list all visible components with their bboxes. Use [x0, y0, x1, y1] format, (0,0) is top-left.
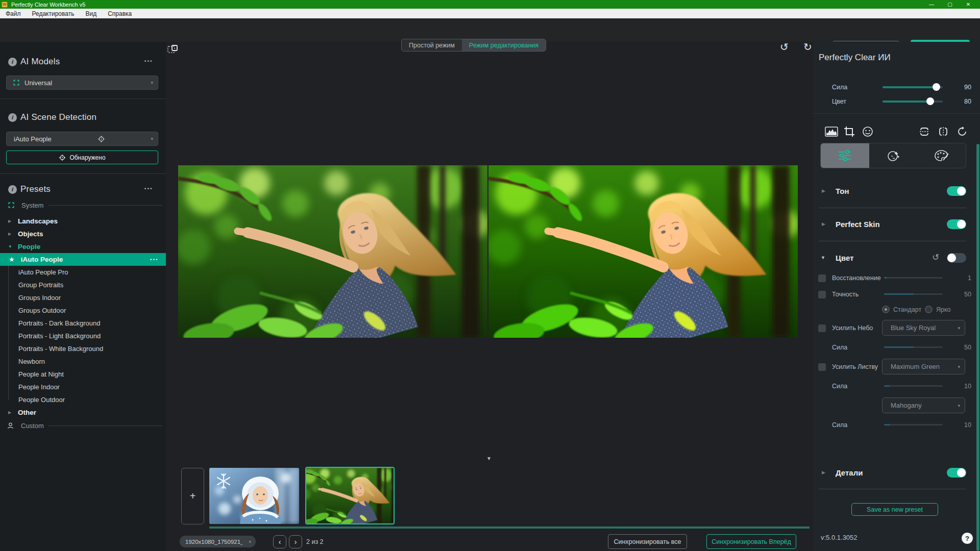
save-as-new-preset-button[interactable]: Save as new preset [851, 503, 938, 516]
menu-help[interactable]: Справка [102, 10, 137, 17]
sky-preset-select[interactable]: Blue Sky Royal ▾ [882, 320, 965, 336]
foliage-preset-select[interactable]: Maximum Green ▾ [882, 359, 965, 374]
tree-preset[interactable]: Groups Outdoor [0, 304, 166, 317]
photo-after[interactable] [488, 165, 798, 338]
tree-folder-people[interactable]: ▼ People [0, 240, 166, 253]
sky-strength-slider[interactable] [884, 346, 943, 348]
menu-edit[interactable]: Редактировать [27, 10, 80, 17]
filename-select[interactable]: 1920x1080_1750921_[w ▾ [180, 536, 256, 547]
thumbnail-winter[interactable] [209, 468, 299, 524]
tree-preset[interactable]: Portraits - Light Background [0, 330, 166, 342]
image-counter: 2 из 2 [306, 538, 324, 545]
flip-horizontal-icon[interactable] [938, 126, 949, 137]
color-section-toggle[interactable] [947, 253, 966, 263]
section-expand-icon[interactable]: ▶ [822, 470, 825, 475]
mode-simple[interactable]: Простой режим [402, 39, 462, 51]
menu-bar: Файл Редактировать Вид Справка [0, 9, 980, 18]
face-icon[interactable] [862, 126, 873, 137]
color-section-label[interactable]: Цвет [836, 254, 853, 262]
radio-standard[interactable] [882, 306, 890, 313]
chevron-down-icon: ▾ [958, 364, 960, 369]
precision-slider[interactable] [884, 293, 943, 295]
redo-button[interactable]: ↻ [803, 41, 812, 53]
tone-section-label[interactable]: Тон [836, 187, 849, 195]
rotate-icon[interactable] [957, 126, 968, 137]
presets-menu-icon[interactable]: ••• [144, 186, 153, 191]
section-expand-icon[interactable]: ▶ [822, 188, 825, 193]
divider [819, 489, 966, 489]
next-image-button[interactable]: › [289, 535, 302, 548]
detected-button[interactable]: Обнаружено [6, 151, 158, 164]
flip-vertical-icon[interactable] [919, 126, 930, 137]
enhance-sky-checkbox[interactable] [818, 324, 826, 332]
ai-model-select[interactable]: Universal ▾ [6, 76, 158, 90]
minimize-button[interactable]: — [922, 0, 941, 9]
info-icon[interactable]: i [8, 113, 17, 122]
tree-folder-objects[interactable]: ▶ Objects [0, 228, 166, 240]
prev-image-button[interactable]: ‹ [273, 535, 286, 548]
tree-preset[interactable]: Newborn [0, 355, 166, 368]
tree-folder-other[interactable]: ▶ Other [0, 406, 166, 419]
tree-preset[interactable]: Groups Indoor [0, 291, 166, 304]
tree-preset[interactable]: Portraits - Dark Background [0, 317, 166, 330]
tab-retouch[interactable] [869, 143, 918, 168]
tree-preset[interactable]: Portraits - White Background [0, 342, 166, 355]
section-expand-icon[interactable]: ▶ [822, 221, 825, 227]
tree-preset[interactable]: People at Night [0, 368, 166, 381]
color-slider[interactable] [883, 101, 943, 103]
chevron-down-icon: ▾ [249, 539, 251, 544]
tree-preset-iauto-people[interactable]: ★ iAuto People ••• [0, 253, 166, 266]
precision-checkbox[interactable] [818, 291, 826, 298]
restore-slider[interactable] [884, 277, 943, 279]
menu-file[interactable]: Файл [0, 10, 27, 17]
preset-menu-icon[interactable]: ••• [150, 257, 159, 262]
photo-before[interactable] [178, 165, 487, 338]
color-value: 80 [954, 98, 971, 105]
second-strength-slider[interactable] [884, 424, 943, 425]
sync-all-button[interactable]: Синхронизировать все [608, 534, 687, 549]
tone-toggle[interactable] [947, 186, 966, 196]
foliage-strength-label: Сила [832, 383, 847, 390]
panel-scrollbar[interactable] [976, 144, 979, 551]
view-sidebyside-button[interactable] [165, 42, 180, 55]
radio-vivid[interactable] [925, 306, 933, 313]
second-preset-select[interactable]: Mahogany ▾ [882, 397, 965, 413]
section-collapse-icon[interactable]: ▼ [821, 255, 825, 260]
thumbnail-forest-selected[interactable] [305, 467, 395, 524]
add-image-button[interactable]: + [181, 468, 204, 524]
info-icon[interactable]: i [8, 58, 17, 66]
filmstrip-collapse-icon[interactable]: ▼ [486, 456, 492, 461]
tab-color-palette[interactable] [917, 143, 966, 168]
divider [48, 425, 162, 426]
foliage-strength-value: 10 [956, 383, 971, 390]
strength-slider[interactable] [883, 86, 943, 88]
scene-select[interactable]: iAuto People ▾ [6, 132, 158, 146]
close-button[interactable]: ✕ [959, 0, 977, 9]
toolbar: − + 31% Простой режим Режим редактирован… [0, 18, 980, 42]
details-section-label[interactable]: Детали [836, 468, 863, 477]
foliage-strength-slider[interactable] [884, 385, 943, 387]
tree-folder-landscapes[interactable]: ▶ Landscapes [0, 215, 166, 228]
tab-adjustments[interactable] [821, 143, 869, 168]
maximize-button[interactable]: ▢ [941, 0, 959, 9]
undo-button[interactable]: ↺ [780, 41, 789, 53]
perfect-skin-section-label[interactable]: Perfect Skin [836, 220, 880, 229]
info-icon[interactable]: i [8, 185, 17, 194]
perfect-skin-toggle[interactable] [947, 219, 966, 229]
crop-icon[interactable] [844, 126, 855, 137]
tree-preset[interactable]: iAuto People Pro [0, 266, 166, 279]
tree-preset[interactable]: Group Portraits [0, 279, 166, 291]
menu-view[interactable]: Вид [80, 10, 102, 17]
enhance-foliage-checkbox[interactable] [818, 363, 826, 371]
tree-preset[interactable]: People Outdoor [0, 393, 166, 406]
radio-standard-label: Стандарт [893, 306, 921, 313]
help-button[interactable]: ? [962, 533, 973, 544]
reset-icon[interactable]: ↺ [932, 252, 939, 263]
details-toggle[interactable] [947, 468, 966, 478]
sync-forward-button[interactable]: Синхронизировать Вперёд [706, 534, 796, 549]
tree-preset[interactable]: People Indoor [0, 381, 166, 393]
ai-models-menu-icon[interactable]: ••• [144, 59, 153, 64]
restore-checkbox[interactable] [818, 274, 826, 282]
histogram-icon[interactable] [825, 127, 838, 137]
mode-edit[interactable]: Режим редактирования [462, 39, 546, 51]
